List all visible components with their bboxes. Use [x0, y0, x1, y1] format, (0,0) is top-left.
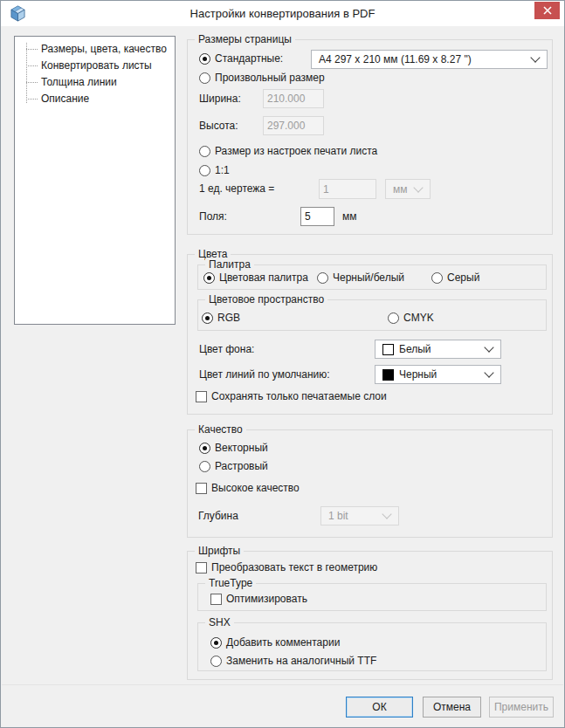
black-swatch-icon [382, 369, 394, 381]
drawing-unit-input [319, 179, 376, 199]
rgb-label: RGB [217, 312, 240, 324]
palette-gray-radio[interactable]: Серый [431, 271, 479, 285]
checkbox-icon[interactable] [196, 391, 207, 402]
tree-item-line-thickness[interactable]: Толщина линии [26, 74, 175, 91]
drawing-unit-select: мм [385, 179, 431, 199]
size-from-print-label: Размер из настроек печати листа [215, 145, 377, 157]
paper-format-value: A4 297 x 210 мм (11.69 x 8.27 ") [319, 53, 472, 65]
paper-format-select[interactable]: A4 297 x 210 мм (11.69 x 8.27 ") [311, 50, 548, 69]
custom-size-radio[interactable]: Произвольный размер [199, 71, 325, 85]
height-input [263, 116, 324, 135]
checkbox-icon[interactable] [196, 483, 207, 494]
drawing-unit-select-value: мм [393, 183, 408, 196]
radio-icon[interactable] [199, 53, 210, 65]
checkbox-icon[interactable] [196, 562, 207, 573]
shx-replace-ttf-radio[interactable]: Заменить на аналогичный TTF [210, 654, 376, 668]
quality-group-label: Качество [195, 423, 246, 436]
fonts-group-label: Шрифты [195, 545, 244, 557]
color-space-subgroup: Цветовое пространство [197, 299, 547, 331]
height-label: Высота: [199, 119, 238, 133]
standard-size-label: Стандартные: [215, 52, 283, 65]
printable-layers-label: Сохранять только печатаемые слои [211, 390, 387, 402]
shx-replace-ttf-label: Заменить на аналогичный TTF [226, 655, 376, 667]
tree-item-description[interactable]: Описание [26, 91, 175, 107]
raster-radio[interactable]: Растровый [199, 459, 268, 473]
pdf-settings-dialog: Настройки конвертирования в PDF Размеры,… [0, 0, 565, 728]
cancel-button-label: Отмена [433, 701, 471, 713]
cmyk-label: CMYK [403, 312, 434, 324]
palette-subgroup-label: Палитра [205, 258, 254, 271]
chevron-down-icon [413, 182, 423, 192]
apply-button-label: Применить [494, 701, 548, 713]
width-input [263, 89, 324, 108]
text-to-geometry-checkbox[interactable]: Преобразовать текст в геометрию [196, 560, 377, 574]
close-icon [543, 6, 552, 15]
width-label: Ширина: [199, 92, 241, 106]
radio-icon[interactable] [431, 272, 443, 284]
drawing-unit-label: 1 ед. чертежа = [199, 182, 274, 196]
chevron-down-icon [530, 52, 540, 62]
radio-icon[interactable] [210, 656, 222, 667]
palette-color-radio[interactable]: Цветовая палитра [203, 271, 308, 285]
truetype-optimize-checkbox[interactable]: Оптимизировать [210, 592, 307, 606]
rgb-radio[interactable]: RGB [202, 311, 240, 325]
footer-separator [2, 684, 563, 685]
palette-gray-label: Серый [447, 271, 479, 284]
cancel-button[interactable]: Отмена [423, 697, 481, 718]
background-color-value: Белый [399, 343, 431, 355]
palette-color-label: Цветовая палитра [219, 271, 308, 284]
page-size-group-label: Размеры страницы [195, 33, 295, 45]
ok-button-label: ОК [372, 701, 386, 713]
margins-input[interactable] [300, 207, 334, 226]
standard-size-radio[interactable]: Стандартные: [199, 52, 283, 65]
radio-icon[interactable] [199, 443, 210, 454]
ok-button[interactable]: ОК [346, 697, 413, 718]
shx-add-comments-radio[interactable]: Добавить комментарии [210, 635, 340, 649]
settings-tree-items: Размеры, цвета, качество Конвертировать … [26, 41, 175, 107]
title-bar: Настройки конвертирования в PDF [1, 1, 564, 26]
vector-radio[interactable]: Векторный [199, 441, 268, 455]
depth-select: 1 bit [320, 506, 399, 525]
tree-item-sizes-colors-quality[interactable]: Размеры, цвета, качество [26, 41, 175, 58]
radio-icon[interactable] [203, 272, 215, 284]
radio-icon[interactable] [199, 165, 210, 176]
text-to-geometry-label: Преобразовать текст в геометрию [211, 561, 377, 573]
depth-label: Глубина [198, 509, 238, 523]
background-color-select[interactable]: Белый [375, 340, 501, 359]
palette-bw-radio[interactable]: Черный/белый [317, 271, 404, 285]
radio-icon[interactable] [199, 146, 210, 157]
close-button[interactable] [534, 2, 560, 19]
chevron-down-icon [484, 367, 493, 377]
shx-subgroup-label: SHX [205, 616, 234, 628]
chevron-down-icon [382, 509, 391, 519]
truetype-optimize-label: Оптимизировать [226, 593, 307, 605]
one-to-one-radio[interactable]: 1:1 [199, 163, 230, 177]
chevron-down-icon [484, 342, 493, 352]
custom-size-label: Произвольный размер [215, 72, 325, 84]
tree-item-convert-sheets[interactable]: Конвертировать листы [26, 58, 175, 74]
apply-button: Применить [489, 697, 554, 718]
radio-icon[interactable] [210, 637, 222, 649]
default-line-color-label: Цвет линий по умолчанию: [199, 367, 330, 381]
palette-bw-label: Черный/белый [333, 271, 404, 284]
radio-icon[interactable] [199, 72, 210, 84]
radio-icon[interactable] [199, 461, 210, 472]
radio-icon[interactable] [317, 272, 328, 284]
radio-icon[interactable] [388, 312, 399, 324]
color-space-subgroup-label: Цветовое пространство [205, 293, 327, 306]
printable-layers-checkbox[interactable]: Сохранять только печатаемые слои [196, 389, 387, 403]
margins-unit-label: мм [342, 209, 357, 223]
raster-label: Растровый [215, 460, 268, 472]
settings-tree: Размеры, цвета, качество Конвертировать … [14, 36, 176, 325]
size-from-print-radio[interactable]: Размер из настроек печати листа [199, 144, 377, 158]
margins-label: Поля: [199, 209, 227, 223]
high-quality-label: Высокое качество [211, 482, 300, 494]
radio-icon[interactable] [202, 312, 213, 324]
default-line-color-select[interactable]: Черный [375, 365, 501, 384]
white-swatch-icon [382, 344, 394, 355]
truetype-subgroup-label: TrueType [205, 577, 256, 589]
cmyk-radio[interactable]: CMYK [388, 311, 434, 325]
high-quality-checkbox[interactable]: Высокое качество [196, 481, 300, 495]
checkbox-icon[interactable] [210, 594, 222, 605]
background-color-label: Цвет фона: [199, 342, 254, 356]
